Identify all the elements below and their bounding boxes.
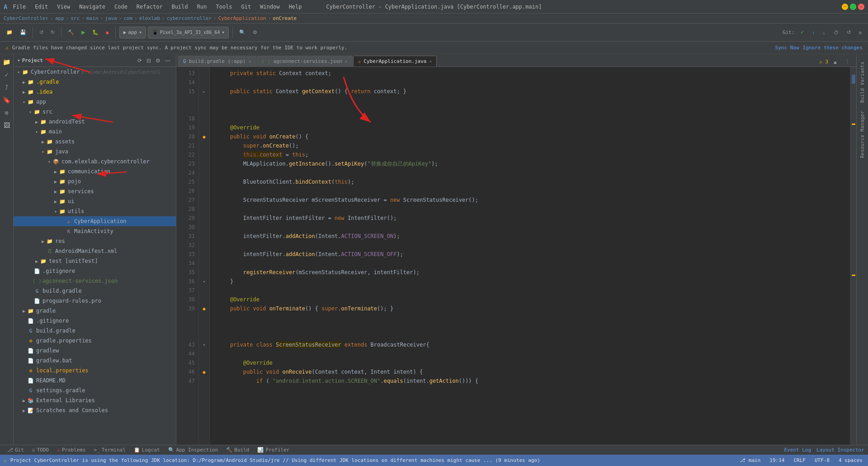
sidebar-project-icon[interactable]: 📁 xyxy=(1,56,13,68)
menu-window[interactable]: Window xyxy=(258,3,281,11)
sidebar-bookmark-icon[interactable]: 🔖 xyxy=(1,94,13,106)
tree-item-gitignore-app[interactable]: · 📄 .gitignore xyxy=(14,266,176,276)
git-push-btn[interactable]: ↓ xyxy=(820,28,828,37)
tree-item-res[interactable]: ▶ 📁 res xyxy=(14,236,176,246)
tab-close-1[interactable]: ✕ xyxy=(345,59,348,64)
sidebar-pullrequest-icon[interactable]: ⤴ xyxy=(1,81,13,93)
tree-root[interactable]: ▾ 📁 CyberController E:\Code\Android\Cybe… xyxy=(14,67,176,77)
git-rollback-btn[interactable]: ↺ xyxy=(844,28,854,37)
crlf-status[interactable]: CRLF xyxy=(792,457,807,463)
bottom-tab-problems[interactable]: ⚠ Problems xyxy=(53,446,90,454)
tree-item-gradlew-bat[interactable]: · 📄 gradlew.bat xyxy=(14,356,176,366)
bottom-tab-terminal[interactable]: >_ Terminal xyxy=(90,446,129,454)
tab-more-btn[interactable]: ⋮ xyxy=(842,57,853,67)
git-checkmark-btn[interactable]: ✓ xyxy=(797,28,807,37)
run-config-dropdown[interactable]: ▶ app ▾ xyxy=(119,27,146,38)
menu-view[interactable]: View xyxy=(55,3,72,11)
breadcrumb-cybercontroller2[interactable]: cybercontroller xyxy=(167,15,212,21)
tree-item-buildgradle-app[interactable]: · G build.gradle xyxy=(14,286,176,296)
breadcrumb-app[interactable]: app xyxy=(55,15,64,21)
tree-item-assets[interactable]: ▶ 📁 assets xyxy=(14,137,176,147)
layout-inspector-link[interactable]: Layout Inspector xyxy=(816,447,864,453)
maximize-button[interactable]: □ xyxy=(850,4,856,10)
tree-item-local-properties[interactable]: · ⚙ local.properties xyxy=(14,366,176,376)
code-editor[interactable]: 13 14 15 18 19 20 21 22 23 24 25 26 27 2… xyxy=(176,67,856,445)
resource-manager-tab[interactable]: Resource Manager xyxy=(859,107,866,162)
tab-expand-btn[interactable]: ▲ xyxy=(830,57,840,67)
bottom-tab-build[interactable]: 🔨 Build xyxy=(222,446,253,454)
menu-build[interactable]: Build xyxy=(170,3,190,11)
right-gutter[interactable] xyxy=(850,67,856,445)
encoding-status[interactable]: UTF-8 xyxy=(813,457,831,463)
breadcrumb-cybercontroller[interactable]: CyberController xyxy=(4,15,48,21)
tree-item-scratches[interactable]: ▶ 📝 Scratches and Consoles xyxy=(14,405,176,415)
tab-agconnect[interactable]: { } agconnect-services.json ✕ xyxy=(257,56,353,67)
tree-item-test[interactable]: ▶ 📁 test [unitTest] xyxy=(14,256,176,266)
tree-item-main[interactable]: ▾ 📁 main xyxy=(14,127,176,137)
toolbar-open-btn[interactable]: 📁 xyxy=(4,28,15,37)
gutter-marker-39[interactable]: ● xyxy=(203,306,205,311)
event-log-link[interactable]: Event Log xyxy=(784,447,811,453)
git-update-btn[interactable]: ↑ xyxy=(810,28,818,37)
tree-item-gradlew[interactable]: · 📄 gradlew xyxy=(14,346,176,356)
tree-item-cyberapplication[interactable]: · ☕ CyberApplication xyxy=(14,216,176,226)
toolbar-debug-btn[interactable]: 🐛 xyxy=(90,28,101,37)
tree-item-gradle-hidden[interactable]: ▶ 📁 .gradle xyxy=(14,77,176,87)
gutter-marker-20[interactable]: ● xyxy=(203,134,205,139)
tree-item-gradle-properties[interactable]: · ⚙ gradle.properties xyxy=(14,336,176,346)
project-dropdown-arrow[interactable]: ▾ xyxy=(17,57,20,63)
breadcrumb-main[interactable]: main xyxy=(86,15,99,21)
toolbar-settings-btn[interactable]: ⚙ xyxy=(250,28,260,37)
panel-settings-btn[interactable]: ⚙ xyxy=(154,57,162,65)
menu-help[interactable]: Help xyxy=(287,3,304,11)
git-annotate-btn[interactable]: ≡ xyxy=(856,28,864,37)
toolbar-undo-btn[interactable]: ↺ xyxy=(37,28,46,37)
tree-item-settings-gradle[interactable]: · G settings.gradle xyxy=(14,385,176,395)
tree-item-pojo[interactable]: ▶ 📁 pojo xyxy=(14,176,176,186)
breadcrumb-src[interactable]: src xyxy=(71,15,80,21)
tree-item-manifest[interactable]: · 🗒 AndroidManifest.xml xyxy=(14,246,176,256)
tree-item-gradle-folder[interactable]: ▶ 📁 gradle xyxy=(14,306,176,316)
tree-item-androidtest[interactable]: ▶ 📁 androidTest xyxy=(14,117,176,127)
breadcrumb-elexlab[interactable]: elexlab xyxy=(139,15,160,21)
close-button[interactable]: ✕ xyxy=(858,4,864,10)
panel-sync-btn[interactable]: ⟳ xyxy=(136,57,144,65)
position-status[interactable]: 19:14 xyxy=(768,457,786,463)
tree-item-idea[interactable]: ▶ 📁 .idea xyxy=(14,87,176,97)
toolbar-run-btn[interactable]: ▶ xyxy=(79,28,88,37)
tab-cyberapplication[interactable]: ☕ CyberApplication.java ✕ xyxy=(353,56,437,67)
tree-item-mainactivity[interactable]: · K MainActivity xyxy=(14,226,176,236)
menu-tools[interactable]: Tools xyxy=(214,3,234,11)
build-variants-tab[interactable]: Build Variants xyxy=(859,58,866,106)
minimize-button[interactable]: ─ xyxy=(842,4,848,10)
breadcrumb-java[interactable]: java xyxy=(105,15,117,21)
menu-navigate[interactable]: Navigate xyxy=(77,3,107,11)
sidebar-commit-icon[interactable]: ✓ xyxy=(1,69,13,81)
bottom-tab-todo[interactable]: ☑ TODO xyxy=(28,446,52,454)
panel-more-btn[interactable]: — xyxy=(163,57,172,65)
menu-file[interactable]: File xyxy=(11,3,28,11)
sidebar-structure-icon[interactable]: ≡ xyxy=(1,107,13,119)
tree-item-utils[interactable]: ▾ 📁 utils xyxy=(14,206,176,216)
toolbar-redo-btn[interactable]: ↻ xyxy=(48,28,57,37)
breadcrumb-com[interactable]: com xyxy=(123,15,132,21)
breadcrumb-cyberapplication[interactable]: CyberApplication xyxy=(218,15,266,21)
fold-btn-15[interactable]: ▸ xyxy=(201,89,208,95)
tab-build-gradle[interactable]: G build.gradle (:app) ✕ xyxy=(178,56,256,67)
ignore-changes-link[interactable]: Ignore these changes xyxy=(803,45,863,51)
toolbar-stop-btn[interactable]: ■ xyxy=(103,28,112,37)
menu-edit[interactable]: Edit xyxy=(33,3,50,11)
toolbar-build-btn[interactable]: 🔨 xyxy=(65,28,77,37)
breadcrumb-oncreate[interactable]: onCreate xyxy=(273,15,297,21)
gutter-marker-46[interactable]: ● xyxy=(203,370,205,375)
tree-item-ui[interactable]: ▶ 📁 ui xyxy=(14,196,176,206)
menu-code[interactable]: Code xyxy=(113,3,129,11)
git-branch-status[interactable]: ⎇ main xyxy=(738,457,762,463)
tree-item-readme[interactable]: · 📄 README.MD xyxy=(14,376,176,385)
tree-item-buildgradle-root[interactable]: · G build.gradle xyxy=(14,326,176,336)
tree-item-agconnect[interactable]: · { } agconnect-services.json xyxy=(14,276,176,286)
sync-now-link[interactable]: Sync Now xyxy=(775,45,799,51)
tree-item-gitignore-root[interactable]: · 📄 .gitignore xyxy=(14,316,176,326)
fold-btn-43[interactable]: ▾ xyxy=(201,342,208,348)
bottom-tab-profiler[interactable]: 📊 Profiler xyxy=(254,446,293,454)
